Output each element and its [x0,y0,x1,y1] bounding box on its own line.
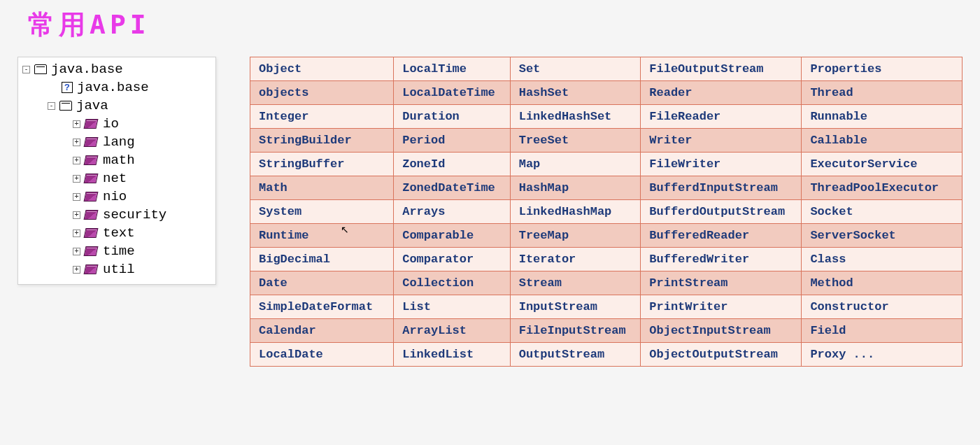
api-class-cell[interactable]: Field [802,319,963,343]
tree-toggle-expand-icon[interactable]: + [73,175,80,183]
api-class-cell[interactable]: Date [250,271,394,295]
api-class-cell[interactable]: StringBuilder [250,129,394,153]
api-class-cell[interactable]: PrintStream [641,271,802,295]
tree-toggle-expand-icon[interactable]: + [73,139,80,146]
tree-toggle-collapse-icon[interactable]: - [22,66,30,73]
tree-label: java [76,98,108,113]
tree-node-package[interactable]: +lang [22,133,211,151]
tree-toggle-expand-icon[interactable]: + [73,157,80,164]
api-class-cell[interactable]: Iterator [510,248,641,271]
api-class-cell[interactable]: BufferedWriter [641,248,802,271]
api-class-cell[interactable]: Integer [250,105,394,129]
tree-toggle-expand-icon[interactable]: + [73,193,80,201]
api-class-cell[interactable]: Class [802,248,963,271]
api-class-cell[interactable]: FileOutputStream [641,57,802,81]
api-class-cell[interactable]: LocalDate [250,343,394,367]
api-class-cell[interactable]: BufferedReader [641,224,802,248]
api-class-cell[interactable]: Properties [802,57,963,81]
tree-node-file[interactable]: ? java.base [22,78,211,97]
tree-toggle-expand-icon[interactable]: + [73,211,80,219]
api-class-cell[interactable]: Math [250,176,394,200]
tree-node-package[interactable]: +net [22,169,211,188]
api-class-cell[interactable]: PrintWriter [641,295,802,319]
package-icon [84,246,99,256]
package-icon [84,210,99,220]
table-row: SimpleDateFormatListInputStreamPrintWrit… [250,295,963,319]
api-class-cell[interactable]: Map [510,153,641,176]
api-class-cell[interactable]: Thread [802,81,963,105]
api-class-cell[interactable]: Arrays [394,200,511,224]
tree-label: time [103,243,135,259]
api-class-cell[interactable]: HashMap [510,176,641,200]
api-class-cell[interactable]: Comparable [394,224,511,248]
api-class-cell[interactable]: Object [250,57,394,81]
tree-node-package[interactable]: +math [22,151,211,169]
api-class-cell[interactable]: LocalDateTime [394,81,511,105]
api-class-cell[interactable]: objects [250,81,394,105]
tree-toggle-collapse-icon[interactable]: - [48,102,55,110]
tree-node-package[interactable]: +time [22,242,211,260]
api-class-cell[interactable]: LinkedHashSet [510,105,641,129]
table-row: StringBuilderPeriodTreeSetWriterCallable [250,129,963,153]
tree-label: java.base [51,62,123,77]
api-class-cell[interactable]: Set [510,57,641,81]
api-class-cell[interactable]: ObjectInputStream [641,319,802,343]
api-class-cell[interactable]: Collection [394,271,511,295]
api-class-cell[interactable]: BufferdInputStream [641,176,802,200]
api-class-cell[interactable]: ThreadPoolExecutor [802,176,963,200]
api-class-cell[interactable]: ArrayList [394,319,511,343]
api-class-cell[interactable]: Constructor [802,295,963,319]
api-class-cell[interactable]: HashSet [510,81,641,105]
tree-toggle-expand-icon[interactable]: + [73,266,80,274]
api-class-cell[interactable]: LocalTime [394,57,511,81]
tree-node-java[interactable]: - java [22,97,211,115]
api-class-cell[interactable]: Runtime [250,224,394,248]
api-class-cell[interactable]: LinkedHashMap [510,200,641,224]
tree-node-package[interactable]: +util [22,260,211,278]
tree-toggle-expand-icon[interactable]: + [73,120,80,128]
api-class-cell[interactable]: ServerSocket [802,224,963,248]
api-class-cell[interactable]: Callable [802,129,963,153]
api-class-cell[interactable]: LinkedList [394,343,511,367]
api-class-cell[interactable]: StringBuffer [250,153,394,176]
tree-node-package[interactable]: +nio [22,188,211,206]
api-class-cell[interactable]: TreeSet [510,129,641,153]
page-header: 常用API [0,0,980,57]
api-class-cell[interactable]: OutputStream [510,343,641,367]
api-class-cell[interactable]: InputStream [510,295,641,319]
api-class-cell[interactable]: Reader [641,81,802,105]
tree-label: nio [103,189,127,204]
tree-toggle-expand-icon[interactable]: + [73,229,80,237]
api-class-cell[interactable]: System [250,200,394,224]
api-class-cell[interactable]: BufferdOutputStream [641,200,802,224]
api-class-cell[interactable]: Socket [802,200,963,224]
api-class-cell[interactable]: Runnable [802,105,963,129]
api-class-cell[interactable]: ZonedDateTime [394,176,511,200]
api-class-cell[interactable]: Writer [641,129,802,153]
api-class-cell[interactable]: Period [394,129,511,153]
api-class-cell[interactable]: Proxy ... [802,343,963,367]
tree-node-package[interactable]: +text [22,224,211,242]
tree-node-root[interactable]: - java.base [22,60,211,78]
api-class-cell[interactable]: FileWriter [641,153,802,176]
api-class-cell[interactable]: TreeMap [510,224,641,248]
api-class-cell[interactable]: ExecutorService [802,153,963,176]
api-class-cell[interactable]: FileReader [641,105,802,129]
api-class-cell[interactable]: Method [802,271,963,295]
api-class-cell[interactable]: Stream [510,271,641,295]
tree-toggle-expand-icon[interactable]: + [73,248,80,255]
api-class-cell[interactable]: Duration [394,105,511,129]
api-class-cell[interactable]: Calendar [250,319,394,343]
tree-node-package[interactable]: +io [22,115,211,133]
api-class-cell[interactable]: SimpleDateFormat [250,295,394,319]
api-class-cell[interactable]: ObjectOutputStream [641,343,802,367]
api-class-cell[interactable]: ZoneId [394,153,511,176]
package-icon [84,119,99,129]
table-row: ObjectLocalTimeSetFileOutputStreamProper… [250,57,963,81]
api-class-cell[interactable]: FileInputStream [510,319,641,343]
api-class-cell[interactable]: List [394,295,511,319]
api-class-cell[interactable]: BigDecimal [250,248,394,271]
api-class-cell[interactable]: Comparator [394,248,511,271]
tree-node-package[interactable]: +security [22,206,211,224]
table-row: BigDecimalComparatorIteratorBufferedWrit… [250,248,963,271]
